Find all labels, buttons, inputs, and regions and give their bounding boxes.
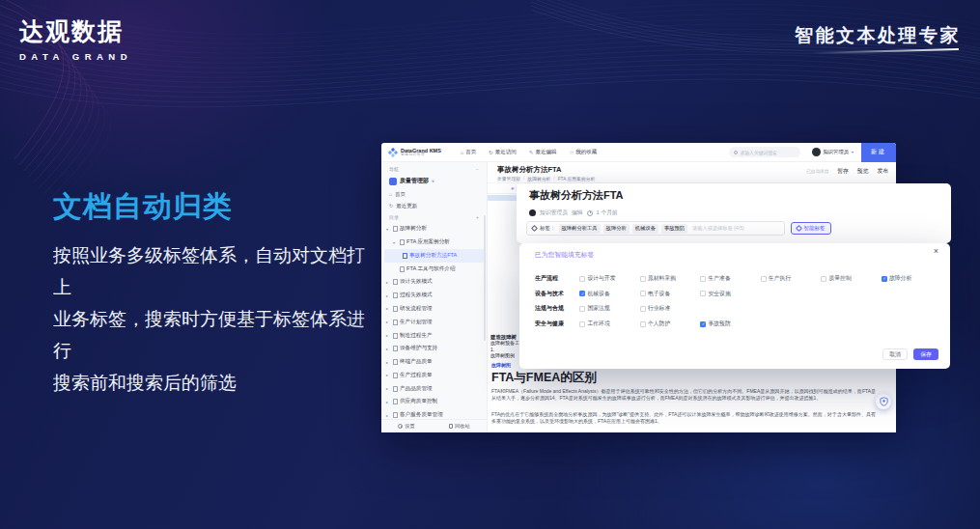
caret-icon[interactable]: ▸ <box>386 360 391 365</box>
tag-option[interactable]: 质量控制 <box>821 274 882 283</box>
checkbox-icon[interactable] <box>579 321 585 327</box>
panel-footer: 取消 保存 <box>882 348 938 360</box>
checkbox-icon[interactable] <box>821 276 826 282</box>
caret-icon[interactable]: ▸ <box>386 373 391 377</box>
nav-item[interactable]: ✎最近编辑 <box>529 149 557 155</box>
breadcrumb-item[interactable]: 故障树分析 <box>527 176 550 181</box>
tree-item[interactable]: ▾故障树分析 <box>381 222 487 236</box>
tag-option[interactable]: 原材料采购 <box>640 274 701 283</box>
tag-option[interactable]: 生产准备 <box>700 274 761 283</box>
caret-icon[interactable]: ▸ <box>386 400 391 404</box>
collapse-icon[interactable]: − <box>476 166 479 172</box>
caret-icon[interactable]: ▸ <box>386 333 391 338</box>
tag-chip[interactable]: 机械设备 <box>632 224 658 234</box>
nav-item[interactable]: ☆我的收藏 <box>569 149 597 155</box>
nav-item[interactable]: ⌂首页 <box>461 149 476 155</box>
tag-input-placeholder[interactable]: 请输入或选择标签 (4/5) <box>692 225 744 232</box>
tree-item[interactable]: ▸设备维护与支持 <box>381 342 487 355</box>
tree-item[interactable]: ▸过程失效模式 <box>381 289 487 302</box>
caret-icon[interactable]: ▸ <box>386 293 391 298</box>
content-section-chip[interactable]: 故障树图 <box>491 362 511 368</box>
checkbox-checked-icon[interactable] <box>700 321 706 327</box>
tree-item[interactable]: ▸供应商质量控制 <box>381 396 487 409</box>
breadcrumb-item[interactable]: 质量管理部 <box>497 176 520 181</box>
tree-item[interactable]: ▸产品品质管理 <box>381 382 487 396</box>
checkbox-icon[interactable] <box>700 276 706 282</box>
smart-tag-label: 智能标签 <box>804 225 826 232</box>
doc-action-button[interactable]: 预览 <box>857 167 869 176</box>
sidebar-footer-item[interactable]: 回收站 <box>449 423 470 430</box>
document-icon <box>393 346 398 351</box>
tree-item[interactable]: 事故树分析方法FTA <box>384 249 484 263</box>
smart-tag-button[interactable]: 智能标签 <box>791 222 831 235</box>
tree-item[interactable]: ▸研发流程管理 <box>381 302 487 316</box>
checkbox-icon[interactable] <box>640 276 646 282</box>
checkbox-icon[interactable] <box>579 276 585 282</box>
checkbox-icon[interactable] <box>700 291 706 296</box>
tag-option[interactable]: 事故预防 <box>700 320 761 328</box>
tag-option[interactable]: 设计与开发 <box>579 274 640 283</box>
tag-option[interactable]: 国家法规 <box>579 304 640 313</box>
tag-input-row[interactable]: 标签： 故障树分析工具故障分析机械设备事故预防 请输入或选择标签 (4/5) <box>526 221 785 236</box>
checkbox-icon[interactable] <box>640 306 646 312</box>
breadcrumb-item[interactable]: FTA 应用案例分析 <box>558 176 596 181</box>
caret-icon[interactable]: ▸ <box>386 280 391 285</box>
new-button[interactable]: 新建 <box>861 143 896 162</box>
panel-header: 已为您智能填充标签 <box>535 250 594 260</box>
tree-item[interactable]: ▸制造过程生产 <box>381 329 487 343</box>
tree-item[interactable]: ▾FTA 应用案例分析 <box>381 236 487 249</box>
workspace-switcher[interactable]: 质量管理部 ∨ <box>381 174 487 188</box>
tree-item[interactable]: ▸生产计划管理 <box>381 316 487 329</box>
tag-option[interactable]: 工作环境 <box>579 320 640 328</box>
tree-item[interactable]: ▸生产过程质量 <box>381 369 487 382</box>
tag-option[interactable]: 机械设备 <box>579 290 640 298</box>
sidebar-scrollbar[interactable] <box>484 215 486 341</box>
sidebar-item[interactable]: ⌂首页 <box>381 188 487 200</box>
checkbox-icon[interactable] <box>579 306 585 312</box>
doc-action-button[interactable]: 发布 <box>877 167 888 176</box>
app-logo[interactable]: DataGrand KMS 智能知识管理 <box>381 148 441 157</box>
sidebar-footer: 设置回收站 <box>381 419 487 432</box>
tag-option[interactable]: 行业标准 <box>640 304 701 313</box>
user-menu[interactable]: 知识管理员 ▾ <box>812 148 854 156</box>
ai-assistant-button[interactable] <box>876 394 891 409</box>
tree-item[interactable]: ▸设计失效模式 <box>381 276 487 290</box>
caret-icon[interactable]: ▸ <box>386 320 391 324</box>
checkbox-checked-icon[interactable] <box>882 276 887 282</box>
caret-icon[interactable]: ▸ <box>386 386 391 391</box>
sidebar-item[interactable]: ↻最近更新 <box>381 200 487 211</box>
app-logo-icon <box>388 148 398 157</box>
nav-item[interactable]: ↻最近访问 <box>489 149 517 155</box>
caret-icon[interactable]: ▾ <box>393 240 398 245</box>
caret-icon[interactable]: ▸ <box>386 413 391 418</box>
tag-chip[interactable]: 故障树分析工具 <box>559 224 601 234</box>
add-icon[interactable]: + <box>476 214 479 220</box>
cancel-button[interactable]: 取消 <box>882 348 908 360</box>
caret-icon[interactable]: ▾ <box>386 227 391 232</box>
tag-option[interactable]: 生产执行 <box>761 274 822 283</box>
tree-item[interactable]: FTA 工具与软件介绍 <box>381 263 487 276</box>
search-input[interactable]: 请输入关键词搜索 <box>729 147 800 157</box>
caret-icon[interactable]: ▸ <box>386 347 391 351</box>
tag-option[interactable]: 电子设备 <box>640 290 701 298</box>
close-icon[interactable]: × <box>934 247 938 256</box>
tag-option[interactable]: 故障分析 <box>882 274 942 283</box>
tag-option-label: 安全设施 <box>709 290 731 298</box>
checkbox-checked-icon[interactable] <box>579 291 585 296</box>
save-button[interactable]: 保存 <box>913 348 938 360</box>
sidebar-footer-item[interactable]: 设置 <box>398 423 414 430</box>
checkbox-icon[interactable] <box>640 291 646 296</box>
breadcrumb-separator: / <box>523 176 524 181</box>
tag-option[interactable]: 个人防护 <box>640 320 701 328</box>
checkbox-icon[interactable] <box>640 321 646 327</box>
tag-chip[interactable]: 事故预防 <box>661 224 687 234</box>
doc-action-button[interactable]: 暂存 <box>837 167 849 176</box>
tree-item[interactable]: ▸终端产品质量 <box>381 355 487 369</box>
caret-icon[interactable]: ▸ <box>386 306 391 311</box>
tree-item[interactable]: ▸客户服务质量管理 <box>381 408 487 419</box>
checkbox-icon[interactable] <box>761 276 767 282</box>
breadcrumb: 质量管理部/故障树分析/FTA 应用案例分析 <box>497 176 595 181</box>
tag-chip[interactable]: 故障分析 <box>603 224 630 234</box>
tag-option[interactable]: 安全设施 <box>700 290 761 298</box>
document-icon <box>393 399 398 404</box>
